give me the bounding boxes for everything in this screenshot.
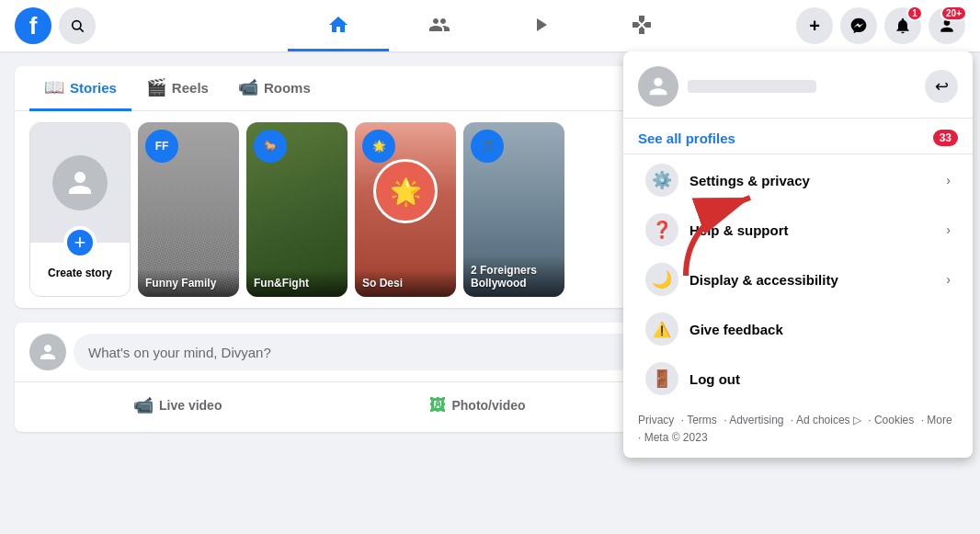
help-label: Help & support [689, 222, 935, 238]
nav-home[interactable] [288, 0, 389, 51]
advertising-link[interactable]: Advertising [729, 414, 783, 426]
live-video-button[interactable]: 📹 Live video [122, 390, 233, 421]
photo-video-button[interactable]: 🖼 Photo/video [418, 390, 536, 421]
create-story-avatar [52, 155, 108, 210]
create-plus-icon: + [63, 226, 97, 259]
composer-placeholder: What's on your mind, Divyan? [88, 345, 271, 360]
search-button[interactable] [59, 7, 96, 44]
terms-link[interactable]: Terms [687, 414, 717, 426]
story3-avatar: 🌟 [362, 130, 395, 163]
story4-overlay: 2 Foreigners Bollywood [463, 256, 564, 297]
stories-tab-icon: 📖 [44, 77, 64, 97]
create-story-label: Create story [48, 267, 112, 279]
profile-picture [638, 66, 678, 107]
profile-row: ↩ [638, 66, 958, 107]
feedback-menu-item[interactable]: ⚠️ Give feedback [631, 305, 965, 353]
profile-name [688, 80, 816, 93]
story-card-3[interactable]: 🌟 🌟 So Desi [355, 122, 456, 297]
reels-tab-icon: 🎬 [146, 77, 166, 97]
story2-avatar: 🐎 [254, 130, 287, 163]
story4-label: 2 Foreigners Bollywood [471, 264, 557, 290]
tab-reels[interactable]: 🎬 Reels [131, 66, 223, 111]
photo-video-label: Photo/video [451, 398, 525, 413]
account-badge: 20+ [940, 6, 967, 21]
svg-point-0 [73, 21, 81, 29]
feedback-icon: ⚠️ [645, 312, 678, 346]
reels-shortcut-button[interactable]: ↩ [925, 70, 958, 103]
tab-rooms[interactable]: 📹 Rooms [223, 66, 325, 111]
settings-icon: ⚙️ [645, 164, 678, 197]
help-menu-item[interactable]: ❓ Help & support › [631, 206, 965, 254]
story-card-1[interactable]: FF Funny Family [138, 122, 239, 297]
rooms-tab-icon: 📹 [238, 77, 258, 97]
live-video-label: Live video [159, 398, 222, 413]
story1-avatar: FF [145, 130, 178, 163]
header-left: f [15, 7, 96, 44]
story3-label: So Desi [362, 277, 449, 290]
see-all-profiles-label: See all profiles [638, 131, 735, 146]
story1-overlay: Funny Family [138, 269, 239, 297]
help-icon: ❓ [645, 213, 678, 246]
messenger-button[interactable] [840, 7, 877, 44]
nav-friends[interactable] [389, 0, 490, 51]
story4-avatar: 🎵 [471, 130, 504, 163]
feedback-label: Give feedback [689, 322, 951, 337]
notifications-button[interactable]: 1 [884, 7, 921, 44]
nav-gaming[interactable] [591, 0, 692, 51]
rooms-tab-label: Rooms [264, 80, 311, 96]
tab-stories[interactable]: 📖 Stories [29, 66, 131, 111]
create-story-bottom: + Create story [44, 243, 116, 283]
story2-label: Fun&Fight [254, 277, 340, 290]
display-menu-item[interactable]: 🌙 Display & accessibility › [631, 256, 965, 303]
display-icon: 🌙 [645, 263, 678, 296]
account-dropdown: ↩ See all profiles 33 ⚙️ Settings & priv… [623, 51, 973, 458]
live-video-icon: 📹 [133, 395, 154, 415]
display-chevron-icon: › [946, 272, 951, 287]
profile-section: ↩ [623, 59, 973, 119]
photo-video-icon: 🖼 [429, 396, 446, 415]
profiles-badge: 33 [933, 130, 958, 146]
story3-overlay: So Desi [355, 269, 456, 297]
logout-menu-item[interactable]: 🚪 Log out [631, 355, 965, 403]
create-story-top [30, 123, 130, 243]
ad-choices-link[interactable]: Ad choices ▷ [796, 414, 861, 426]
meta-copyright: Meta © 2023 [644, 431, 708, 444]
logout-label: Log out [689, 371, 951, 387]
cookies-link[interactable]: Cookies [874, 414, 914, 426]
story-card-4[interactable]: 🎵 2 Foreigners Bollywood [463, 122, 564, 297]
settings-chevron-icon: › [946, 173, 951, 187]
logout-icon: 🚪 [645, 362, 678, 395]
footer-links: Privacy · Terms · Advertising · Ad choic… [623, 404, 973, 458]
settings-label: Settings & privacy [689, 173, 935, 188]
dropdown-menu-items: ⚙️ Settings & privacy › ❓ Help & support… [623, 156, 973, 403]
stories-tab-label: Stories [70, 80, 117, 96]
facebook-logo[interactable]: f [15, 7, 51, 44]
account-button[interactable]: 20+ [929, 7, 965, 44]
nav-watch[interactable] [490, 0, 591, 51]
create-button[interactable]: + [796, 7, 833, 44]
story1-label: Funny Family [145, 277, 232, 290]
header: f + [0, 0, 980, 51]
svg-line-1 [80, 28, 84, 32]
notifications-badge: 1 [906, 6, 923, 21]
see-all-profiles-row[interactable]: See all profiles 33 [623, 119, 973, 154]
help-chevron-icon: › [946, 222, 951, 237]
reels-tab-label: Reels [172, 80, 209, 96]
display-label: Display & accessibility [689, 272, 935, 288]
profile-info [638, 66, 816, 107]
nav-bar [288, 0, 692, 51]
more-link[interactable]: More [927, 414, 952, 426]
privacy-link[interactable]: Privacy [638, 414, 674, 426]
story-card-2[interactable]: 🐎 Fun&Fight [246, 122, 348, 297]
settings-menu-item[interactable]: ⚙️ Settings & privacy › [631, 156, 965, 204]
composer-avatar [29, 334, 66, 370]
header-right: + 1 20+ [796, 7, 965, 44]
create-story-card[interactable]: + Create story [29, 122, 131, 297]
story2-overlay: Fun&Fight [246, 269, 348, 297]
